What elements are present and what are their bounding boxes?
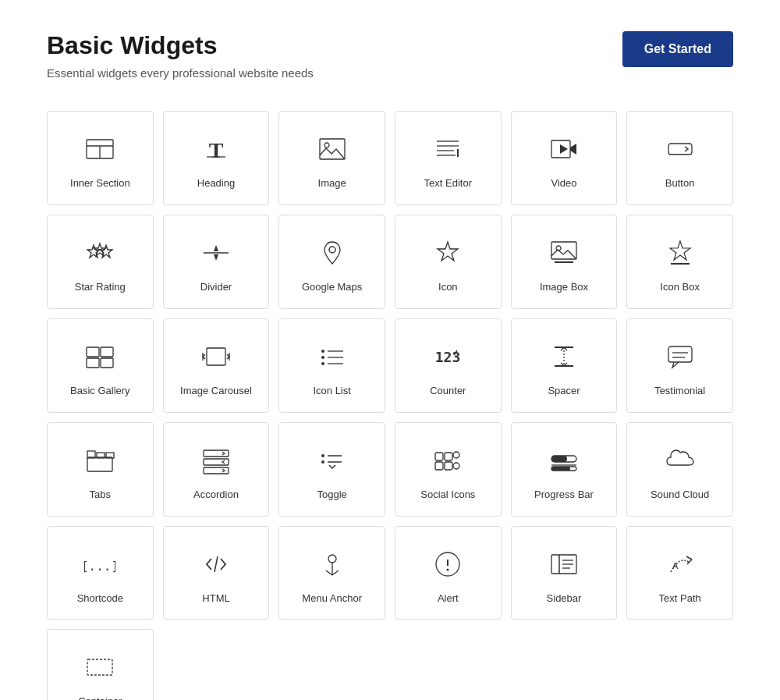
svg-rect-71	[551, 467, 570, 471]
svg-rect-68	[551, 456, 567, 462]
svg-point-57	[321, 454, 324, 457]
widget-label-google-maps: Google Maps	[302, 281, 362, 294]
widget-card-heading[interactable]: THeading	[163, 111, 270, 205]
widget-label-html: HTML	[202, 592, 229, 606]
widget-card-basic-gallery[interactable]: Basic Gallery	[47, 318, 154, 413]
widget-card-icon-box[interactable]: Icon Box	[626, 215, 733, 309]
spacer-icon	[545, 338, 583, 375]
widget-card-divider[interactable]: Divider	[163, 215, 270, 309]
page-subtitle: Essential widgets every professional web…	[47, 66, 314, 80]
widget-card-text-editor[interactable]: Text Editor	[395, 111, 502, 205]
shortcode-icon: [...]	[81, 545, 119, 583]
text-editor-icon	[429, 130, 466, 168]
svg-point-80	[447, 568, 449, 570]
widget-card-counter[interactable]: 123Counter	[395, 318, 502, 413]
container-icon	[81, 648, 119, 686]
widget-label-shortcode: Shortcode	[77, 592, 123, 606]
widget-card-accordion[interactable]: Accordion	[163, 422, 270, 517]
widget-card-menu-anchor[interactable]: Menu Anchor	[278, 526, 385, 620]
widget-label-button: Button	[665, 177, 695, 190]
widget-card-image[interactable]: Image	[278, 111, 385, 205]
widget-label-heading: Heading	[197, 177, 235, 190]
widget-label-toggle: Toggle	[317, 489, 347, 502]
widget-card-icon-list[interactable]: Icon List	[278, 318, 385, 413]
widget-label-spacer: Spacer	[548, 385, 580, 398]
widget-label-accordion: Accordion	[193, 489, 239, 502]
widget-label-social-icons: Social Icons	[420, 489, 475, 502]
svg-point-22	[329, 247, 335, 253]
svg-point-74	[328, 555, 336, 563]
tabs-icon	[81, 442, 119, 479]
widget-card-social-icons[interactable]: Social Icons	[395, 422, 502, 517]
star-rating-icon	[81, 234, 119, 272]
widget-card-container[interactable]: Container	[47, 629, 154, 700]
svg-point-36	[321, 350, 324, 353]
heading-icon: T	[197, 130, 235, 168]
svg-point-38	[321, 356, 324, 359]
menu-anchor-icon	[314, 545, 351, 583]
widget-label-progress-bar: Progress Bar	[534, 489, 594, 502]
widget-label-image-carousel: Image Carousel	[180, 385, 252, 398]
sound-cloud-icon	[661, 442, 699, 479]
page-title: Basic Widgets	[47, 31, 314, 60]
widget-label-divider: Divider	[200, 281, 232, 294]
widget-label-inner-section: Inner Section	[70, 177, 130, 190]
widget-label-sound-cloud: Sound Cloud	[651, 489, 709, 502]
widget-label-image-box: Image Box	[540, 281, 588, 294]
widget-label-sidebar: Sidebar	[547, 592, 582, 606]
svg-marker-27	[670, 241, 690, 260]
image-box-icon	[545, 234, 583, 272]
get-started-button[interactable]: Get Started	[622, 31, 733, 67]
widget-card-toggle[interactable]: Toggle	[278, 422, 385, 517]
widget-card-tabs[interactable]: Tabs	[47, 422, 154, 517]
widget-card-text-path[interactable]: AText Path	[626, 526, 733, 620]
svg-rect-62	[445, 453, 452, 460]
svg-rect-55	[204, 459, 229, 465]
image-carousel-icon	[197, 338, 235, 375]
widget-card-video[interactable]: Video	[511, 111, 618, 205]
svg-point-65	[453, 452, 459, 458]
widget-card-image-box[interactable]: Image Box	[511, 215, 618, 309]
widget-card-html[interactable]: HTML	[163, 526, 270, 620]
svg-text:A: A	[672, 561, 679, 570]
widget-card-inner-section[interactable]: Inner Section	[47, 111, 154, 205]
widget-card-google-maps[interactable]: Google Maps	[278, 215, 385, 309]
button-icon	[661, 130, 699, 168]
widget-label-container: Container	[78, 695, 122, 700]
widget-card-testimonial[interactable]: Testimonial	[626, 318, 733, 413]
image-icon	[314, 130, 351, 168]
svg-marker-14	[560, 144, 568, 154]
widget-card-alert[interactable]: Alert	[395, 526, 502, 620]
inner-section-icon	[81, 130, 119, 168]
widget-card-progress-bar[interactable]: Progress Bar	[511, 422, 618, 517]
widget-card-shortcode[interactable]: [...]Shortcode	[47, 526, 154, 620]
widget-label-star-rating: Star Rating	[75, 281, 126, 294]
widget-card-star-rating[interactable]: Star Rating	[47, 215, 154, 309]
svg-rect-63	[435, 462, 443, 470]
svg-marker-13	[570, 144, 576, 155]
svg-rect-61	[435, 453, 443, 460]
widget-label-video: Video	[551, 177, 576, 190]
svg-rect-89	[87, 659, 112, 675]
widget-card-image-carousel[interactable]: Image Carousel	[163, 318, 270, 413]
svg-rect-50	[87, 457, 112, 471]
svg-marker-21	[214, 254, 218, 261]
icon-box-icon	[661, 234, 699, 272]
widget-card-icon[interactable]: Icon	[395, 215, 502, 309]
svg-line-73	[214, 556, 218, 572]
svg-text:[...]: [...]	[84, 558, 115, 573]
widget-label-testimonial: Testimonial	[654, 385, 705, 398]
svg-text:T: T	[209, 138, 224, 162]
widget-card-spacer[interactable]: Spacer	[511, 318, 618, 413]
widget-label-alert: Alert	[438, 592, 459, 606]
toggle-icon	[314, 442, 351, 479]
svg-line-87	[686, 556, 692, 560]
widget-card-sidebar[interactable]: Sidebar	[511, 526, 618, 620]
svg-rect-64	[445, 462, 452, 470]
widget-card-button[interactable]: Button	[626, 111, 733, 205]
svg-rect-29	[87, 347, 99, 357]
widget-card-sound-cloud[interactable]: Sound Cloud	[626, 422, 733, 517]
icon-list-icon	[314, 338, 351, 375]
google-maps-icon	[314, 234, 351, 272]
svg-marker-20	[214, 245, 218, 251]
